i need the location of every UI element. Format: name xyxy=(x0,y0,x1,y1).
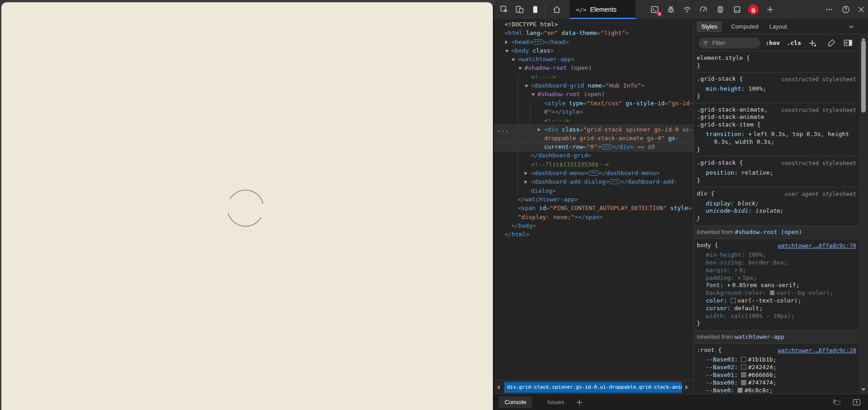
expand-value-icon[interactable] xyxy=(728,283,730,287)
device-emulation-icon[interactable] xyxy=(514,4,525,15)
inspect-icon[interactable] xyxy=(499,4,510,15)
element-classes-button[interactable]: .cls xyxy=(787,38,801,49)
css-rule[interactable]: div {user agent stylesheetdisplay: block… xyxy=(694,187,859,226)
color-swatch[interactable] xyxy=(741,357,746,362)
dom-tree-row[interactable]: <dashboard-grid name="Hub Info"> xyxy=(494,81,694,90)
expand-inline-icon[interactable]: ••• xyxy=(601,144,612,149)
css-property[interactable]: color: var(--text-color); xyxy=(697,297,856,305)
performance-icon[interactable] xyxy=(698,4,709,15)
dom-tree-row[interactable]: <html lang="en" data-theme="light"> xyxy=(494,29,694,37)
expand-value-icon[interactable] xyxy=(749,132,752,136)
css-rule[interactable]: .grid-stack {constructed stylesheetposit… xyxy=(694,156,859,187)
css-rule[interactable]: .grid-stack {constructed stylesheetmin-h… xyxy=(694,73,859,103)
css-property[interactable]: --Base00: #747474; xyxy=(697,379,856,387)
tab-layout[interactable]: Layout xyxy=(765,21,791,32)
drawer-tab-console[interactable]: Console xyxy=(499,396,532,408)
toggle-sidebar-icon[interactable] xyxy=(844,39,853,49)
color-swatch[interactable] xyxy=(741,372,746,377)
drawer-dock-icon[interactable] xyxy=(832,397,842,407)
expand-value-icon[interactable] xyxy=(735,268,738,272)
inherited-element-link[interactable]: watchtower-app xyxy=(735,333,785,340)
breadcrumb-back-icon[interactable] xyxy=(494,381,502,394)
expand-arrow-right-icon[interactable] xyxy=(538,128,540,132)
drawer-tab-issues[interactable]: Issues xyxy=(541,396,570,408)
expand-inline-icon[interactable]: ••• xyxy=(609,179,620,184)
rendering-brush-icon[interactable] xyxy=(827,39,836,49)
dom-tree-row[interactable]: <!----> xyxy=(494,73,694,81)
close-devtools-icon[interactable] xyxy=(856,4,867,15)
scrollbar-thumb[interactable] xyxy=(861,40,866,112)
dom-tree-row[interactable]: <watchtower-app> xyxy=(494,55,694,63)
scroll-down-icon[interactable] xyxy=(861,388,866,391)
css-property[interactable]: --Base03: #1b1b1b; xyxy=(697,356,856,364)
css-rule[interactable]: body {watchtower.…6ffadc9c:70min-height:… xyxy=(694,239,859,331)
css-rule[interactable]: element.style {} xyxy=(694,52,859,73)
expand-inline-icon[interactable]: ••• xyxy=(532,39,544,44)
more-options-icon[interactable] xyxy=(824,4,834,15)
dom-tree-row[interactable]: <dashboard-menu>•••</dashboard-menu> xyxy=(494,169,694,177)
expand-arrow-down-icon[interactable] xyxy=(511,59,515,61)
dom-tree-row[interactable]: droppable grid-stack-animate gs-4" gs- xyxy=(494,134,694,142)
hover-state-button[interactable]: :hov xyxy=(766,38,780,49)
dom-tree-row[interactable]: <!DOCTYPE html> xyxy=(494,20,694,29)
stylesheet-source-link[interactable]: watchtower.…6ffadc9c:28 xyxy=(778,347,856,355)
dom-tree-row[interactable]: <!----> xyxy=(494,116,694,125)
focus-mode-icon[interactable] xyxy=(530,4,540,15)
css-property[interactable]: min-height: 100%; xyxy=(697,85,856,93)
network-icon[interactable] xyxy=(682,4,693,15)
css-property[interactable]: cursor: default; xyxy=(697,305,856,312)
memory-icon[interactable] xyxy=(715,4,726,15)
dom-tree-row[interactable]: </dashboard-grid> xyxy=(494,151,694,160)
css-property[interactable]: transition: left 0.3s, top 0.3s, height … xyxy=(697,131,856,146)
tab-computed[interactable]: Computed xyxy=(727,21,763,32)
breadcrumb-selected-item[interactable]: div.grid-stack.spinner.gs-id-0.ui-droppa… xyxy=(504,382,682,393)
css-property[interactable]: padding: 5px; xyxy=(697,274,856,282)
expand-arrow-right-icon[interactable] xyxy=(525,171,527,175)
dom-tree-row[interactable]: <span id="PING_CONTENT_AUTOPLAY_DETECTIO… xyxy=(494,204,694,212)
dom-tree-row[interactable]: <dashboard-add-dialog>•••</dashboard-add… xyxy=(494,177,694,186)
dom-tree-row[interactable]: <style type="text/css" gs-style-id="gs-i… xyxy=(494,99,694,107)
css-property[interactable]: margin: 0; xyxy=(697,267,856,274)
dom-tree-row[interactable]: ...<div class="grid-stack spinner gs-id-… xyxy=(494,125,694,134)
dom-tree-row[interactable]: <!--?lit$133123530$--> xyxy=(494,160,694,169)
css-property[interactable]: box-sizing: border-box; xyxy=(697,259,856,267)
expand-arrow-down-icon[interactable] xyxy=(525,85,528,88)
inherited-element-link[interactable]: #shadow-root (open) xyxy=(735,229,802,235)
css-property[interactable]: unicode-bidi: isolate; xyxy=(697,207,856,215)
dom-tree-row[interactable]: 0"></style> xyxy=(494,107,694,116)
dom-tree-row[interactable]: </html> xyxy=(494,230,694,239)
expand-inline-icon[interactable]: ••• xyxy=(588,171,599,176)
breadcrumb-forward-icon[interactable] xyxy=(683,381,691,394)
dom-tree-row[interactable]: <head>•••</head> xyxy=(494,38,694,46)
add-panel-icon[interactable] xyxy=(765,4,776,15)
tab-elements[interactable]: </> Elements xyxy=(569,0,636,19)
expand-arrow-down-icon[interactable] xyxy=(531,93,535,96)
css-property[interactable]: --Base0: #8c8c8c; xyxy=(697,387,856,394)
debugger-bug-icon[interactable] xyxy=(665,4,676,15)
drawer-expand-icon[interactable] xyxy=(852,397,862,407)
css-property[interactable]: display: block; xyxy=(697,200,856,208)
expand-arrow-right-icon[interactable] xyxy=(525,180,527,184)
css-property[interactable]: width: calc(100% - 10px); xyxy=(697,312,856,320)
dom-tree-row[interactable]: #shadow-root (open) xyxy=(494,63,694,72)
css-property[interactable]: background-color: var(--bg-color); xyxy=(697,289,856,297)
help-icon[interactable] xyxy=(840,4,851,15)
dom-tree-row[interactable]: "display: none;"></span> xyxy=(494,213,694,221)
dom-tree-row[interactable]: <body class> xyxy=(494,46,694,55)
color-swatch[interactable] xyxy=(741,365,746,370)
chevron-down-icon[interactable] xyxy=(848,24,854,32)
console-panel-icon[interactable] xyxy=(649,4,660,15)
color-swatch[interactable] xyxy=(741,380,746,385)
row-options-dots[interactable]: ... xyxy=(497,125,509,134)
css-rule[interactable]: .grid-stack-animate,.grid-stack-animate.… xyxy=(694,103,859,157)
dom-tree-row[interactable]: #shadow-root (open) xyxy=(494,90,694,98)
css-property[interactable]: --Base01: #666666; xyxy=(697,371,856,379)
css-property[interactable]: min-height: 100%; xyxy=(697,251,856,259)
application-icon[interactable] xyxy=(732,4,743,15)
expand-arrow-down-icon[interactable] xyxy=(518,67,522,70)
drawer-add-tab-icon[interactable] xyxy=(576,399,583,408)
css-property[interactable]: font: 0.85rem sans-serif; xyxy=(697,282,856,289)
expand-arrow-right-icon[interactable] xyxy=(505,40,508,44)
styles-scrollbar[interactable] xyxy=(859,35,868,394)
css-property[interactable]: --Base02: #242424; xyxy=(697,364,856,371)
